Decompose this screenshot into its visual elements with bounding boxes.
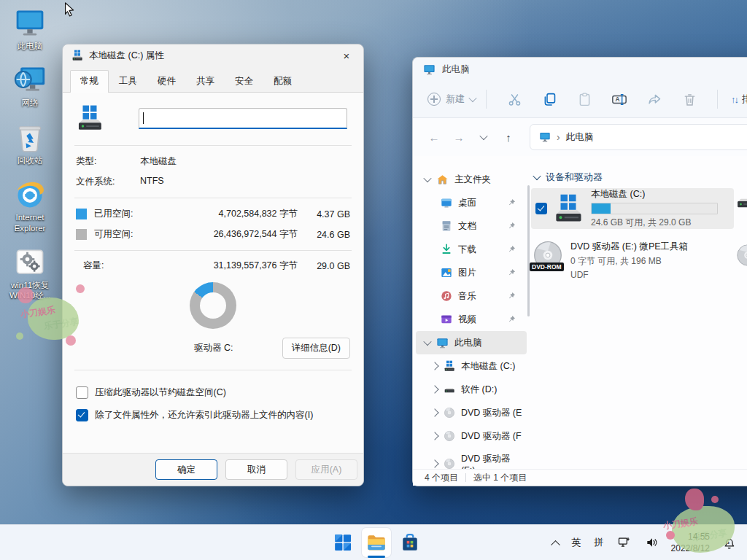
drive-item-c[interactable]: 本地磁盘 (C:) 24.6 GB 可用, 共 29.0 GB [531, 188, 734, 229]
sidebar-item-local-disk-c[interactable]: 本地磁盘 (C:) [416, 354, 527, 378]
desktop-icon-network[interactable]: 网络 [4, 63, 55, 108]
capacity-bar-fill [592, 203, 611, 214]
forward-button[interactable]: → [448, 126, 470, 148]
sidebar-item-this-pc[interactable]: 此电脑 [416, 331, 527, 354]
taskbar-center-icons [328, 525, 425, 560]
pin-icon [507, 268, 516, 277]
sort-arrows-icon: ↑↓ [731, 94, 738, 105]
folder-icon [366, 532, 387, 553]
tab-hardware[interactable]: 硬件 [147, 70, 186, 93]
volume-label-input[interactable] [139, 108, 347, 129]
drive-icon [76, 104, 104, 132]
chevron-right-icon [430, 385, 438, 393]
network-icon [13, 63, 47, 96]
partial-disc-icon[interactable] [735, 241, 747, 270]
rename-button[interactable] [602, 91, 637, 107]
sidebar-item-music[interactable]: 音乐 [416, 284, 527, 308]
windows-logo-icon [333, 533, 352, 552]
section-devices-and-drives[interactable]: 设备和驱动器 [534, 171, 747, 184]
dialog-tab-strip: 常规 工具 硬件 共享 安全 配额 [63, 66, 363, 92]
sidebar-item-label: 下载 [458, 244, 476, 256]
paste-button[interactable] [567, 92, 602, 107]
plus-icon [427, 93, 441, 106]
copy-button[interactable] [532, 92, 567, 107]
text-caret [143, 112, 144, 124]
tab-general[interactable]: 常规 [70, 70, 109, 93]
filesystem-label: 文件系统: [76, 176, 140, 188]
taskbar-microsoft-store[interactable] [395, 528, 425, 557]
tab-security[interactable]: 安全 [225, 70, 263, 93]
compress-checkbox[interactable] [76, 386, 88, 399]
sidebar-item-videos[interactable]: 视频 [416, 308, 527, 331]
index-checkbox-row[interactable]: 除了文件属性外，还允许索引此驱动器上文件的内容(I) [76, 409, 350, 421]
sidebar-item-desktop[interactable]: 桌面 [416, 191, 527, 214]
chevron-down-icon [533, 172, 541, 180]
explorer-toolbar: 新建 ↑↓ 排序 [413, 81, 747, 118]
share-button[interactable] [637, 92, 672, 107]
sidebar-item-dvd-f[interactable]: DVD 驱动器 (F [416, 424, 527, 448]
sidebar-item-downloads[interactable]: 下载 [416, 238, 527, 261]
used-space-bytes: 4,702,584,832 字节 [188, 208, 298, 220]
sidebar-item-dvd-e[interactable]: DVD 驱动器 (E [416, 401, 527, 424]
desktop-icon-internet-explorer[interactable]: Internet Explorer [4, 177, 55, 233]
sidebar-item-label: DVD 驱动器 (F:) [461, 453, 527, 470]
sidebar-item-documents[interactable]: 文档 [416, 214, 527, 238]
index-checkbox-label: 除了文件属性外，还允许索引此驱动器上文件的内容(I) [95, 409, 313, 421]
downloads-icon [441, 244, 452, 255]
tray-volume-button[interactable] [639, 528, 665, 557]
tab-sharing[interactable]: 共享 [186, 70, 225, 93]
desktop-icon-win11-restore[interactable]: win11恢复 WIN10经... [4, 245, 55, 301]
sidebar-item-label: 音乐 [458, 290, 476, 303]
tab-quota[interactable]: 配额 [263, 70, 302, 93]
tray-network-button[interactable] [611, 528, 638, 557]
apply-button[interactable]: 应用(A) [295, 459, 357, 480]
sidebar-item-label: DVD 驱动器 (F [461, 430, 522, 443]
this-pc-icon [13, 6, 47, 39]
sort-button[interactable]: ↑↓ 排序 [731, 93, 747, 106]
disc-icon [444, 407, 455, 419]
explorer-titlebar[interactable]: 此电脑 [413, 58, 747, 81]
explorer-navbar: ← → ↑ › 此电脑 [413, 118, 747, 156]
tray-clock[interactable]: 14:55 2022/8/12 [667, 531, 714, 554]
drive-item-dvd-e[interactable]: DVD-ROM DVD 驱动器 (E:) 微PE工具箱 0 字节 可用, 共 1… [531, 239, 734, 280]
ime-mode-pinyin[interactable]: 拼 [589, 528, 610, 557]
ime-language-english[interactable]: 英 [566, 528, 587, 557]
partial-drive-icon[interactable] [735, 187, 747, 216]
item-checkbox-checked[interactable] [535, 203, 547, 214]
up-button[interactable]: ↑ [498, 126, 519, 148]
sidebar-item-pictures[interactable]: 图片 [416, 261, 527, 284]
start-button[interactable] [328, 528, 357, 557]
sidebar-item-dvd-partial[interactable]: DVD 驱动器 (F:) [416, 452, 527, 469]
chevron-right-icon [430, 408, 438, 416]
back-button[interactable]: ← [423, 126, 445, 148]
close-button[interactable]: × [336, 47, 357, 64]
drive-c-caption: 驱动器 C: [76, 342, 282, 354]
ok-button[interactable]: 确定 [155, 459, 217, 480]
this-pc-icon [539, 131, 551, 143]
capacity-label: 容量: [83, 260, 188, 272]
compress-checkbox-row[interactable]: 压缩此驱动器以节约磁盘空间(C) [76, 386, 350, 399]
cancel-button[interactable]: 取消 [225, 459, 287, 480]
tray-date: 2022/8/12 [671, 542, 710, 554]
cut-button[interactable] [497, 92, 532, 107]
tray-hidden-icons-button[interactable] [546, 528, 565, 557]
sidebar-item-software-d[interactable]: 软件 (D:) [416, 378, 527, 401]
taskbar-file-explorer[interactable] [362, 528, 391, 557]
capacity-bar [591, 203, 718, 214]
history-dropdown-button[interactable] [473, 126, 495, 148]
desktop-icon-recycle-bin[interactable]: 回收站 [4, 120, 55, 166]
notification-center-button[interactable] [716, 528, 743, 557]
address-bar[interactable]: › 此电脑 [530, 124, 747, 150]
index-checkbox[interactable] [76, 409, 88, 421]
clipboard-icon [577, 92, 592, 107]
sidebar-item-home[interactable]: 主文件夹 [416, 168, 527, 191]
store-icon [400, 533, 419, 552]
details-button[interactable]: 详细信息(D) [282, 338, 350, 359]
new-button[interactable]: 新建 [427, 93, 476, 106]
dialog-titlebar[interactable]: 本地磁盘 (C:) 属性 × [63, 44, 363, 66]
mouse-cursor [62, 1, 78, 18]
breadcrumb-this-pc[interactable]: 此电脑 [566, 131, 594, 144]
desktop-icon-this-pc[interactable]: 此电脑 [4, 6, 55, 51]
tab-tools[interactable]: 工具 [109, 70, 147, 93]
delete-button[interactable] [672, 92, 707, 107]
